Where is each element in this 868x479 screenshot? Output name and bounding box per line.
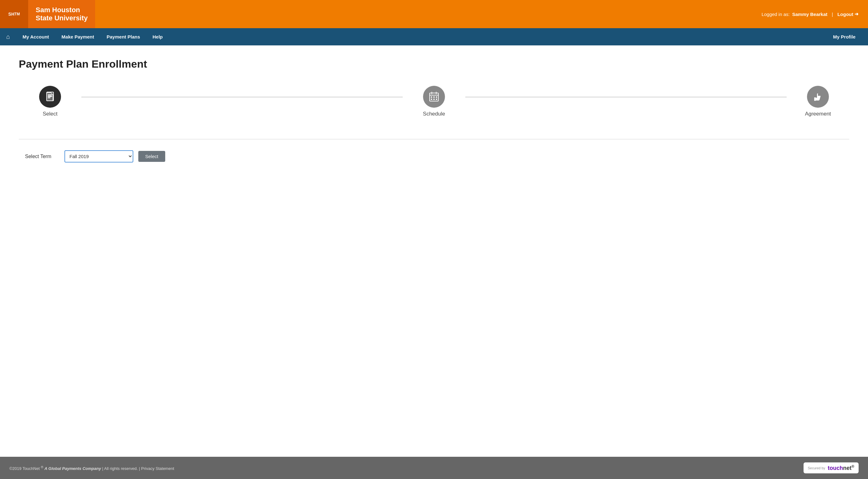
nav-payment-plans-label: Payment Plans [107,34,140,39]
header-right: Logged in as: Sammy Bearkat | Logout ➜ [762,11,859,17]
step-agreement-label: Agreement [805,111,831,117]
logo-sh-icon: SH TM [0,0,28,28]
logo-tm: TM [14,12,20,16]
step-connector-1 [81,97,403,97]
nav-help-label: Help [152,34,163,39]
nav-my-profile-label: My Profile [833,34,856,39]
logout-button[interactable]: Logout ➜ [837,11,859,17]
username: Sammy Bearkat [792,11,828,17]
select-term-row: Select Term Fall 2019 Spring 2020 Summer… [25,150,849,162]
footer-copyright: ©2019 TouchNet ® A Global Payments Compa… [9,466,174,471]
step-connector-2 [465,97,787,97]
svg-rect-15 [431,99,432,100]
steps-container: Select Schedule [19,83,849,126]
logout-arrow-icon: ➜ [855,11,859,17]
footer-right: Secured by touchnet® [804,462,859,473]
nav-make-payment-label: Make Payment [62,34,94,39]
svg-rect-17 [436,99,437,100]
nav-bar: ⌂ My Account Make Payment Payment Plans … [0,28,868,46]
touchnet-touch: touch [828,465,843,471]
svg-rect-14 [436,96,437,98]
logged-in-label: Logged in as: [762,11,790,17]
nav-payment-plans[interactable]: Payment Plans [100,28,147,46]
footer: ©2019 TouchNet ® A Global Payments Compa… [0,457,868,479]
step-schedule-icon [423,86,445,108]
step-select: Select [19,86,81,117]
touchnet-net: net [843,465,851,471]
section-divider [19,139,849,139]
nav-my-account-label: My Account [23,34,49,39]
logo-letters: SH [8,11,14,17]
step-select-icon [39,86,61,108]
svg-rect-13 [433,96,435,98]
svg-rect-12 [431,96,432,98]
footer-left: ©2019 TouchNet ® A Global Payments Compa… [9,465,174,471]
logout-label: Logout [837,11,853,17]
step-schedule: Schedule [403,86,465,117]
touchnet-logo: touchnet® [828,464,854,472]
top-header: SH TM Sam Houston State University Logge… [0,0,868,28]
university-name-line2: State University [36,14,88,22]
home-icon: ⌂ [6,33,10,40]
university-name: Sam Houston State University [28,6,95,23]
step-agreement: Agreement [787,86,849,117]
logo-area: SH TM Sam Houston State University [0,0,95,28]
university-name-line1: Sam Houston [36,6,88,14]
step-select-label: Select [42,111,57,117]
select-term-label: Select Term [25,154,59,159]
nav-help[interactable]: Help [146,28,169,46]
nav-my-profile[interactable]: My Profile [827,34,862,39]
select-button[interactable]: Select [138,151,165,162]
term-select[interactable]: Fall 2019 Spring 2020 Summer 2020 [64,150,133,162]
svg-rect-16 [433,99,435,100]
secured-by-label: Secured by [808,466,826,470]
page-title: Payment Plan Enrollment [19,58,849,70]
main-content: Payment Plan Enrollment Select [0,46,868,457]
step-schedule-label: Schedule [423,111,445,117]
step-agreement-icon [807,86,829,108]
separator: | [832,11,833,17]
nav-my-account[interactable]: My Account [16,28,55,46]
home-button[interactable]: ⌂ [6,33,10,40]
nav-make-payment[interactable]: Make Payment [55,28,100,46]
svg-rect-18 [814,97,816,101]
